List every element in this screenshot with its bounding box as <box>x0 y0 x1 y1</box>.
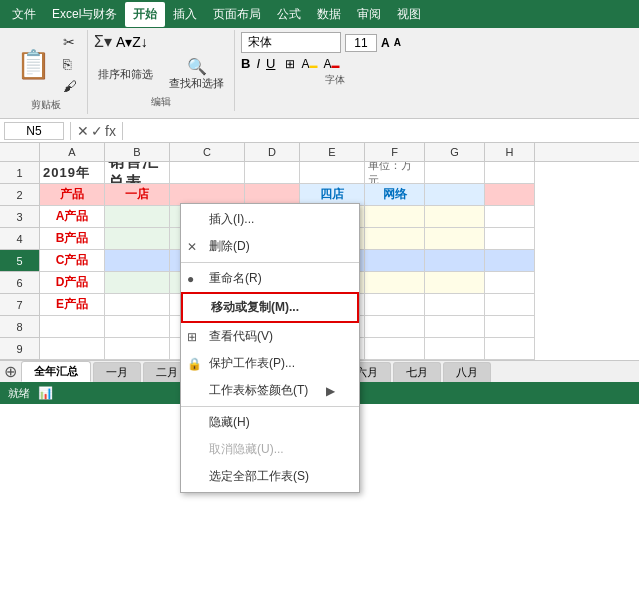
cell-c1[interactable] <box>170 162 245 184</box>
cell-b2[interactable]: 一店 <box>105 184 170 206</box>
cell-b7[interactable] <box>105 294 170 316</box>
col-header-a[interactable]: A <box>40 143 105 161</box>
cell-d1[interactable] <box>245 162 300 184</box>
sheet-tab-aug[interactable]: 八月 <box>443 362 491 382</box>
formula-input[interactable] <box>129 123 635 139</box>
cell-a6[interactable]: D产品 <box>40 272 105 294</box>
ctx-protect[interactable]: 🔒 保护工作表(P)... <box>181 350 359 377</box>
font-name-input[interactable]: 宋体 <box>241 32 341 53</box>
confirm-formula-icon[interactable]: ✓ <box>91 123 103 139</box>
cell-b5[interactable] <box>105 250 170 272</box>
cell-a2[interactable]: 产品 <box>40 184 105 206</box>
ctx-unhide[interactable]: 取消隐藏(U)... <box>181 436 359 463</box>
cell-g8[interactable] <box>425 316 485 338</box>
cell-f3[interactable] <box>365 206 425 228</box>
row-header-7[interactable]: 7 <box>0 294 40 316</box>
cell-h3[interactable] <box>485 206 535 228</box>
italic-button[interactable]: I <box>256 56 260 71</box>
col-header-c[interactable]: C <box>170 143 245 161</box>
cell-a9[interactable] <box>40 338 105 360</box>
cell-b8[interactable] <box>105 316 170 338</box>
cell-f6[interactable] <box>365 272 425 294</box>
cell-e1[interactable] <box>300 162 365 184</box>
row-header-5[interactable]: 5 <box>0 250 40 272</box>
sort-filter-button[interactable]: 排序和筛选 <box>94 65 157 84</box>
cell-h2[interactable] <box>485 184 535 206</box>
row-header-2[interactable]: 2 <box>0 184 40 206</box>
status-icon[interactable]: 📊 <box>38 386 53 400</box>
cell-a7[interactable]: E产品 <box>40 294 105 316</box>
ctx-insert[interactable]: 插入(I)... <box>181 206 359 233</box>
row-header-3[interactable]: 3 <box>0 206 40 228</box>
col-header-d[interactable]: D <box>245 143 300 161</box>
sheet-tab-jan[interactable]: 一月 <box>93 362 141 382</box>
bold-button[interactable]: B <box>241 56 250 71</box>
menu-data[interactable]: 数据 <box>309 2 349 27</box>
cell-h8[interactable] <box>485 316 535 338</box>
cell-b4[interactable] <box>105 228 170 250</box>
insert-function-icon[interactable]: fx <box>105 123 116 139</box>
copy-button[interactable]: ⎘ <box>59 54 81 74</box>
ctx-move-copy[interactable]: 移动或复制(M)... <box>181 292 359 323</box>
decrease-font-button[interactable]: A <box>394 37 401 48</box>
border-button[interactable]: ⊞ <box>285 57 295 71</box>
ctx-delete[interactable]: ✕ 删除(D) <box>181 233 359 260</box>
menu-file[interactable]: 文件 <box>4 2 44 27</box>
col-header-e[interactable]: E <box>300 143 365 161</box>
cell-b6[interactable] <box>105 272 170 294</box>
ctx-select-all[interactable]: 选定全部工作表(S) <box>181 463 359 490</box>
cell-f5[interactable] <box>365 250 425 272</box>
cancel-formula-icon[interactable]: ✕ <box>77 123 89 139</box>
menu-view[interactable]: 视图 <box>389 2 429 27</box>
cell-a4[interactable]: B产品 <box>40 228 105 250</box>
sheet-tab-summary[interactable]: 全年汇总 <box>21 361 91 382</box>
cell-h4[interactable] <box>485 228 535 250</box>
cell-b9[interactable] <box>105 338 170 360</box>
find-select-button[interactable]: 🔍 查找和选择 <box>165 55 228 93</box>
font-color-button[interactable]: A▬ <box>323 57 339 71</box>
col-header-h[interactable]: H <box>485 143 535 161</box>
cell-f8[interactable] <box>365 316 425 338</box>
cell-g9[interactable] <box>425 338 485 360</box>
cut-button[interactable]: ✂ <box>59 32 81 52</box>
col-header-f[interactable]: F <box>365 143 425 161</box>
col-header-g[interactable]: G <box>425 143 485 161</box>
row-header-8[interactable]: 8 <box>0 316 40 338</box>
paste-button[interactable]: 📋 <box>10 44 57 85</box>
col-header-b[interactable]: B <box>105 143 170 161</box>
cell-reference-input[interactable] <box>4 122 64 140</box>
ctx-view-code[interactable]: ⊞ 查看代码(V) <box>181 323 359 350</box>
cell-f2[interactable]: 网络 <box>365 184 425 206</box>
cell-g1[interactable] <box>425 162 485 184</box>
ctx-hide[interactable]: 隐藏(H) <box>181 409 359 436</box>
menu-formula[interactable]: 公式 <box>269 2 309 27</box>
cell-g3[interactable] <box>425 206 485 228</box>
format-painter-button[interactable]: 🖌 <box>59 76 81 96</box>
cell-f7[interactable] <box>365 294 425 316</box>
cell-b3[interactable] <box>105 206 170 228</box>
font-size-input[interactable]: 11 <box>345 34 377 52</box>
cell-a3[interactable]: A产品 <box>40 206 105 228</box>
row-header-9[interactable]: 9 <box>0 338 40 360</box>
cell-g7[interactable] <box>425 294 485 316</box>
cell-g2[interactable] <box>425 184 485 206</box>
menu-layout[interactable]: 页面布局 <box>205 2 269 27</box>
ctx-rename[interactable]: ● 重命名(R) <box>181 265 359 292</box>
ctx-tab-color[interactable]: 工作表标签颜色(T) ▶ <box>181 377 359 404</box>
cell-g5[interactable] <box>425 250 485 272</box>
cell-h6[interactable] <box>485 272 535 294</box>
cell-h7[interactable] <box>485 294 535 316</box>
cell-b1[interactable]: 销售汇总表 <box>105 162 170 184</box>
cell-h9[interactable] <box>485 338 535 360</box>
increase-font-button[interactable]: A <box>381 36 390 50</box>
sheet-tab-jul[interactable]: 七月 <box>393 362 441 382</box>
row-header-4[interactable]: 4 <box>0 228 40 250</box>
add-sheet-button[interactable]: ⊕ <box>4 362 17 381</box>
cell-f4[interactable] <box>365 228 425 250</box>
cell-f9[interactable] <box>365 338 425 360</box>
menu-home[interactable]: 开始 <box>125 2 165 27</box>
fill-color-button[interactable]: A▬ <box>301 57 317 71</box>
cell-a5[interactable]: C产品 <box>40 250 105 272</box>
underline-button[interactable]: U <box>266 56 275 71</box>
cell-g6[interactable] <box>425 272 485 294</box>
